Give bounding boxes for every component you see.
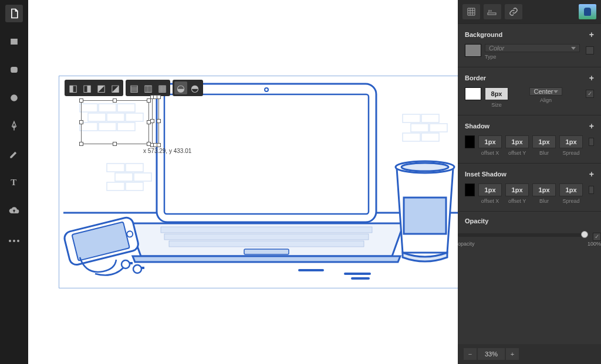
canvas[interactable]: ◧ ◨ ◩ ◪ ▤ ▥ ▦ ◒ ◓ x 573. [28,0,458,364]
union-icon[interactable]: ◧ [66,81,79,94]
svg-rect-23 [411,124,428,132]
bring-front-icon[interactable]: ◒ [174,81,187,94]
background-swatch[interactable] [465,44,481,57]
grid-toggle-icon[interactable] [462,4,480,19]
shadow-blur-input[interactable]: 1px [532,135,556,148]
add-border-button[interactable]: + [589,73,594,83]
border-align-label: Align [540,97,552,103]
pencil-tool-icon[interactable] [5,145,23,163]
inset-shadow-enable-check[interactable] [589,186,594,194]
shadow-section: Shadow+ 1pxoffset X 1pxoffset Y 1pxBlur … [458,115,601,163]
shadow-offsetx-label: offset X [481,150,499,156]
shadow-offsetx-input[interactable]: 1px [478,135,502,148]
shadow-enable-check[interactable] [589,138,594,146]
svg-rect-24 [430,124,447,132]
resize-handle[interactable] [147,98,151,103]
svg-rect-45 [129,262,133,264]
inset-offsetx-label: offset X [481,198,499,204]
intersect-icon[interactable]: ◩ [94,81,107,94]
add-shadow-button[interactable]: + [589,121,594,131]
cloud-upload-tool-icon[interactable] [5,202,23,219]
text-tool-icon[interactable]: T [5,174,23,191]
inset-shadow-title: Inset Shadow [465,171,507,178]
subtract-icon[interactable]: ◨ [80,81,93,94]
svg-rect-32 [169,241,364,247]
inset-offsetx-input[interactable]: 1px [478,183,502,196]
border-align-dropdown[interactable]: Center [529,87,562,96]
background-type-label: Type [485,54,580,60]
rounded-rect-tool-icon[interactable] [5,61,23,79]
send-back-icon[interactable]: ◓ [188,81,201,94]
resize-handle[interactable] [79,120,83,124]
inset-spread-input[interactable]: 1px [559,183,583,196]
border-enable-check[interactable] [586,90,594,98]
align-right-icon[interactable]: ▦ [156,81,168,94]
border-swatch[interactable] [465,87,481,100]
inset-offsety-input[interactable]: 1px [505,183,529,196]
opacity-slider-thumb[interactable] [581,231,588,238]
svg-rect-15 [107,164,124,172]
zoom-value[interactable]: 33% [478,348,505,360]
pen-tool-icon[interactable] [5,117,23,135]
zoom-in-button[interactable]: + [506,348,519,360]
svg-point-44 [133,265,141,273]
svg-text:px: px [488,9,492,12]
svg-rect-31 [164,234,369,240]
resize-handle[interactable] [157,95,161,99]
shadow-offsety-label: offset Y [508,150,526,156]
opacity-section: Opacity opacity 100% [458,211,601,249]
resize-handle[interactable] [113,142,117,146]
svg-point-39 [401,163,448,171]
border-align-value: Center [534,88,553,95]
inset-shadow-swatch[interactable] [465,183,475,196]
svg-point-2 [11,94,18,101]
align-left-icon[interactable]: ▤ [127,81,140,94]
inset-blur-input[interactable]: 1px [532,183,556,196]
rectangle-tool-icon[interactable] [5,33,23,50]
svg-rect-17 [115,173,133,181]
resize-handle[interactable] [79,142,83,146]
ellipse-tool-icon[interactable] [5,89,23,107]
resize-handle[interactable] [157,119,161,123]
properties-panel: px Background+ Color Type Border+ [458,0,601,364]
opacity-enable-check[interactable] [593,233,601,241]
shadow-blur-label: Blur [539,150,549,156]
svg-rect-19 [107,182,124,190]
resize-handle[interactable] [113,98,117,103]
svg-rect-20 [126,182,143,190]
shadow-spread-input[interactable]: 1px [559,135,583,148]
border-size-input[interactable]: 8px [485,87,508,100]
link-icon[interactable] [505,4,522,19]
selection-rect-1[interactable] [81,100,149,144]
zoom-out-button[interactable]: − [464,348,477,360]
inset-offsety-label: offset Y [508,198,526,204]
inset-shadow-section: Inset Shadow+ 1pxoffset X 1pxoffset Y 1p… [458,163,601,211]
svg-rect-22 [421,114,439,123]
background-title: Background [465,31,502,38]
inset-blur-label: Blur [539,198,549,204]
align-center-icon[interactable]: ▥ [141,81,154,94]
add-background-button[interactable]: + [589,30,594,39]
resize-handle[interactable] [79,98,83,103]
svg-rect-0 [11,39,18,45]
opacity-label: opacity [458,241,475,247]
user-avatar[interactable] [579,4,596,19]
exclude-icon[interactable]: ◪ [109,81,121,94]
background-color-dropdown[interactable]: Color [485,44,580,52]
shadow-swatch[interactable] [465,135,475,148]
panel-top-toolbar: px [458,0,601,23]
resize-handle[interactable] [157,143,161,147]
document-tool-icon[interactable] [5,5,23,22]
opacity-slider[interactable] [458,233,587,237]
background-enable-check[interactable] [586,46,594,55]
more-tools-icon[interactable] [5,232,23,250]
app-root: T [0,0,601,364]
selection-rect-2[interactable] [152,97,159,145]
shadow-offsety-input[interactable]: 1px [505,135,529,148]
resize-handle[interactable] [150,119,154,123]
ruler-units-icon[interactable]: px [484,4,501,19]
svg-point-3 [13,126,15,127]
order-group: ◒ ◓ [173,80,203,96]
left-toolbar: T [0,0,28,364]
add-inset-shadow-button[interactable]: + [589,169,594,179]
